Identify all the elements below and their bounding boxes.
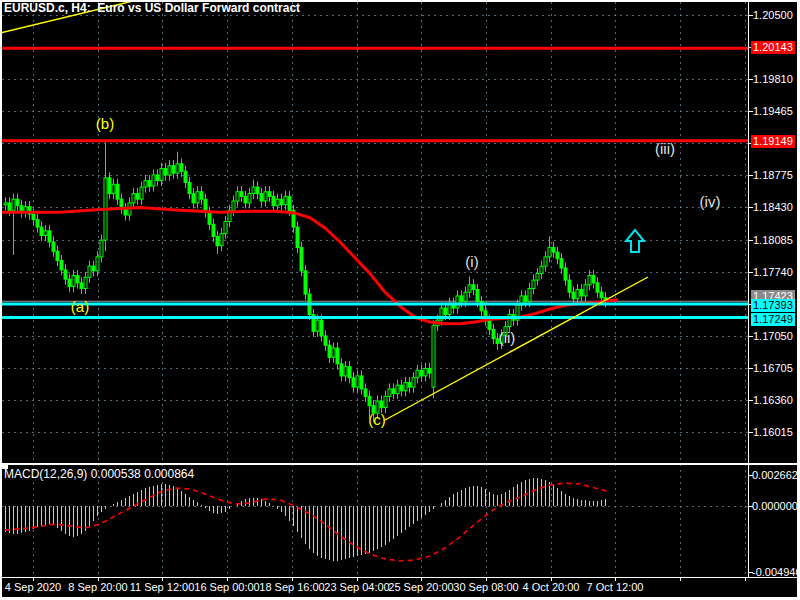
macd-name: MACD(12,26,9): [4, 467, 87, 481]
time-axis-label[interactable]: 4 Sep 2020: [5, 581, 61, 594]
bear-candle-body: [172, 166, 175, 173]
wave-label-annotation[interactable]: (iv): [700, 193, 721, 210]
candles: [4, 142, 607, 423]
bull-candle-body: [532, 280, 535, 288]
level-price-label[interactable]: 1.17249: [751, 313, 795, 326]
wave-label-annotation[interactable]: (ii): [499, 329, 516, 346]
wave-label-annotation[interactable]: (iii): [655, 140, 675, 157]
bear-candle-body: [408, 382, 411, 387]
macd-indicator-label: MACD(12,26,9) 0.000538 0.000864: [4, 468, 194, 481]
wave-label-annotation[interactable]: (b): [96, 115, 114, 132]
bear-candle-body: [64, 270, 67, 279]
time-axis-label[interactable]: 16 Sep 00:00: [194, 581, 259, 594]
price-axis-label[interactable]: 1.16705: [751, 362, 795, 375]
bear-candle-body: [244, 196, 247, 203]
chart-canvas[interactable]: [0, 0, 800, 600]
level-price-label[interactable]: 1.20143: [751, 41, 795, 54]
bull-candle-body: [84, 277, 87, 288]
bear-candle-body: [360, 376, 363, 389]
bear-candle-body: [324, 336, 327, 345]
bear-candle-body: [240, 192, 243, 197]
bear-candle-body: [164, 168, 167, 175]
bull-candle-body: [424, 368, 427, 375]
bear-candle-body: [92, 266, 95, 271]
bull-candle-body: [248, 194, 251, 203]
bull-candle-body: [196, 192, 199, 203]
bear-candle-body: [400, 385, 403, 391]
macd-axis-label[interactable]: 0.000000: [752, 500, 798, 513]
price-axis-label[interactable]: 1.17740: [751, 266, 795, 279]
bear-candle-body: [368, 396, 371, 405]
bull-candle-body: [160, 168, 163, 180]
bear-candle-body: [300, 248, 303, 271]
price-axis-label[interactable]: 1.16015: [751, 426, 795, 439]
up-arrow-icon[interactable]: [626, 230, 644, 252]
time-axis-label[interactable]: 7 Oct 12:00: [587, 581, 644, 594]
bear-candle-body: [180, 164, 183, 171]
bull-candle-body: [396, 385, 399, 393]
price-axis-label[interactable]: 1.18085: [751, 234, 795, 247]
bear-candle-body: [488, 320, 491, 329]
bull-candle-body: [176, 164, 179, 173]
bull-candle-body: [12, 199, 15, 210]
bear-candle-body: [188, 182, 191, 193]
panel-separator[interactable]: [0, 463, 800, 465]
bear-candle-body: [444, 308, 447, 315]
wave-label-annotation[interactable]: (c): [368, 411, 386, 428]
macd-axis-label[interactable]: -0.004940: [752, 566, 800, 579]
price-axis-label[interactable]: 1.17050: [751, 330, 795, 343]
macd-axis-label[interactable]: 0.002662: [752, 469, 798, 482]
bull-candle-body: [416, 370, 419, 377]
bear-candle-body: [380, 401, 383, 408]
bull-candle-body: [464, 292, 467, 301]
bull-candle-body: [168, 166, 171, 175]
time-axis-label[interactable]: 4 Oct 20:00: [523, 581, 580, 594]
bear-candle-body: [56, 251, 59, 260]
bull-candle-body: [536, 274, 539, 281]
bear-candle-body: [428, 368, 431, 373]
bull-candle-body: [356, 376, 359, 387]
level-price-label[interactable]: 1.17393: [751, 299, 795, 312]
bull-candle-body: [540, 266, 543, 273]
bull-candle-body: [4, 203, 7, 205]
bear-candle-body: [16, 199, 19, 206]
bear-candle-body: [596, 283, 599, 292]
bear-candle-body: [108, 178, 111, 194]
price-axis-label[interactable]: 1.19465: [751, 105, 795, 118]
bull-candle-body: [384, 396, 387, 407]
wave-label-annotation[interactable]: (a): [71, 298, 89, 315]
time-axis-label[interactable]: 8 Sep 20:00: [68, 581, 127, 594]
bear-candle-body: [296, 227, 299, 247]
price-axis-label[interactable]: 1.16360: [751, 394, 795, 407]
wave-label-annotation[interactable]: (i): [465, 253, 478, 270]
bear-candle-body: [524, 296, 527, 302]
level-price-label[interactable]: 1.19149: [751, 135, 795, 148]
bear-candle-body: [552, 248, 555, 253]
time-axis-label[interactable]: 30 Sep 08:00: [453, 581, 518, 594]
bear-candle-body: [60, 261, 63, 270]
bear-candle-body: [256, 187, 259, 194]
bear-candle-body: [40, 227, 43, 235]
grid-lines: [2, 2, 748, 577]
price-axis-label[interactable]: 1.20500: [751, 9, 795, 22]
price-axis-label[interactable]: 1.18430: [751, 201, 795, 214]
bear-candle-body: [556, 252, 559, 259]
bear-candle-body: [200, 192, 203, 199]
price-axis-label[interactable]: 1.19810: [751, 73, 795, 86]
time-axis-label[interactable]: 23 Sep 04:00: [324, 581, 389, 594]
bear-candle-body: [260, 194, 263, 201]
price-axis-label[interactable]: 1.18775: [751, 169, 795, 182]
trendline[interactable]: [385, 277, 648, 420]
time-axis-label[interactable]: 25 Sep 20:00: [388, 581, 453, 594]
bear-candle-body: [184, 171, 187, 182]
bear-candle-body: [320, 320, 323, 336]
bear-candle-body: [148, 181, 151, 187]
bear-candle-body: [156, 175, 159, 181]
macd-signal-value: 0.000864: [144, 467, 194, 481]
bull-candle-body: [388, 389, 391, 396]
bear-candle-body: [52, 242, 55, 251]
time-axis-label[interactable]: 11 Sep 12:00: [130, 581, 195, 594]
bear-candle-body: [8, 203, 11, 210]
time-axis-label[interactable]: 18 Sep 16:00: [259, 581, 324, 594]
bull-candle-body: [44, 231, 47, 236]
